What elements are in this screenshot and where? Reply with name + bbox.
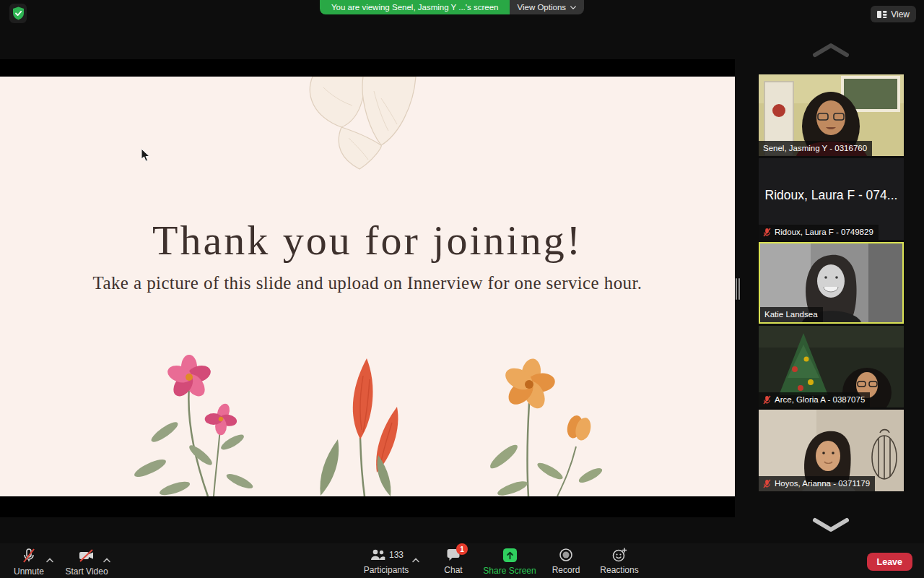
people-icon — [369, 548, 386, 561]
view-options-label: View Options — [517, 0, 566, 14]
participants-button[interactable]: 133 Participants — [355, 548, 417, 575]
reactions-label: Reactions — [600, 565, 638, 575]
muted-mic-icon — [763, 395, 771, 405]
participants-label: Participants — [364, 565, 409, 575]
chat-unread-badge: 1 — [456, 543, 468, 555]
red-spike-flower — [320, 358, 398, 496]
watercolor-flowers — [108, 347, 628, 496]
security-button[interactable] — [9, 4, 27, 23]
participant-strip: Senel, Jasming Y - 0316760 Ridoux, Laura… — [759, 74, 904, 493]
chat-button[interactable]: 1 Chat — [435, 548, 472, 575]
record-circle-icon — [559, 548, 573, 562]
participant-tile-hoyos[interactable]: Hoyos, Arianna - 0371179 — [759, 410, 904, 491]
muted-mic-icon — [763, 479, 771, 488]
view-button[interactable]: View — [871, 6, 916, 22]
panel-resize-handle[interactable] — [735, 278, 741, 300]
presentation-slide: Thank you for joining! Take a picture of… — [0, 77, 735, 496]
smiley-plus-icon — [611, 548, 627, 562]
participant-tile-ridoux[interactable]: Ridoux, Laura F - 074... Ridoux, Laura F… — [759, 158, 904, 240]
participant-tile-arce[interactable]: Arce, Gloria A - 0387075 — [759, 326, 904, 407]
record-button[interactable]: Record — [544, 548, 588, 575]
view-button-label: View — [891, 9, 910, 20]
participant-name-label: Arce, Gloria A - 0387075 — [759, 392, 870, 407]
participants-scroll-down[interactable] — [812, 517, 850, 536]
share-screen-label: Share Screen — [483, 566, 536, 576]
slide-title: Thank you for joining! — [0, 216, 735, 264]
participant-tile-senel[interactable]: Senel, Jasming Y - 0316760 — [759, 74, 904, 156]
participant-name-label: Senel, Jasming Y - 0316760 — [759, 141, 872, 156]
share-screen-button[interactable]: Share Screen — [479, 548, 540, 576]
participant-name-label: Ridoux, Laura F - 0749829 — [759, 225, 879, 240]
chevron-down-icon — [812, 517, 850, 533]
view-options-button[interactable]: View Options — [510, 0, 584, 14]
shared-screen-area: Thank you for joining! Take a picture of… — [0, 59, 735, 517]
remote-cursor-icon — [141, 148, 152, 163]
reactions-button[interactable]: Reactions — [593, 548, 645, 575]
participants-count: 133 — [389, 550, 404, 560]
layout-view-icon — [877, 10, 887, 19]
pink-flower — [132, 355, 254, 496]
participants-scroll-up[interactable] — [812, 42, 850, 61]
participant-tile-katie-active-speaker[interactable]: Katie Landsea — [759, 242, 904, 324]
chevron-down-icon — [570, 5, 577, 10]
record-label: Record — [552, 565, 580, 575]
unmute-label: Unmute — [14, 566, 44, 577]
share-screen-arrow-icon — [502, 548, 518, 563]
participants-options-caret[interactable] — [411, 553, 420, 566]
slide-subtitle: Take a picture of this slide and upload … — [0, 273, 735, 293]
shield-check-icon — [12, 7, 25, 20]
orange-flower — [487, 357, 604, 496]
video-camera-slash-icon — [78, 548, 95, 564]
microphone-slash-icon — [21, 548, 37, 564]
unmute-button[interactable]: Unmute — [7, 548, 51, 577]
leave-button[interactable]: Leave — [867, 553, 912, 571]
screen-share-banner: You are viewing Senel, Jasming Y ...'s s… — [320, 0, 584, 14]
unmute-options-caret[interactable] — [45, 553, 54, 566]
chevron-up-icon — [812, 42, 850, 58]
muted-mic-icon — [763, 228, 771, 237]
participant-name-label: Hoyos, Arianna - 0371179 — [759, 476, 875, 491]
meeting-toolbar: Unmute Start Video 133 Participants — [0, 543, 924, 578]
viewing-banner-text: You are viewing Senel, Jasming Y ...'s s… — [320, 0, 510, 14]
participant-name-label: Katie Landsea — [760, 307, 823, 322]
start-video-label: Start Video — [65, 566, 108, 577]
video-options-caret[interactable] — [103, 553, 111, 566]
chat-label: Chat — [444, 565, 462, 575]
sketch-flower-decoration — [273, 77, 461, 174]
